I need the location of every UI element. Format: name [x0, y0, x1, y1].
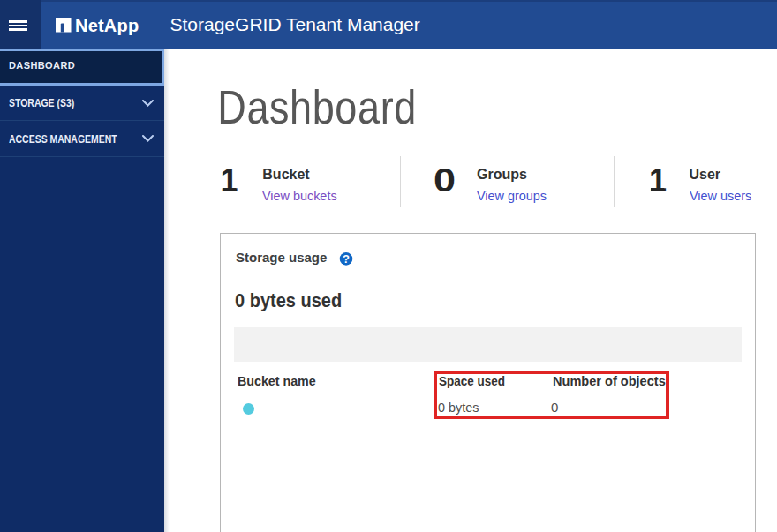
svg-text:?: ?	[343, 252, 350, 266]
